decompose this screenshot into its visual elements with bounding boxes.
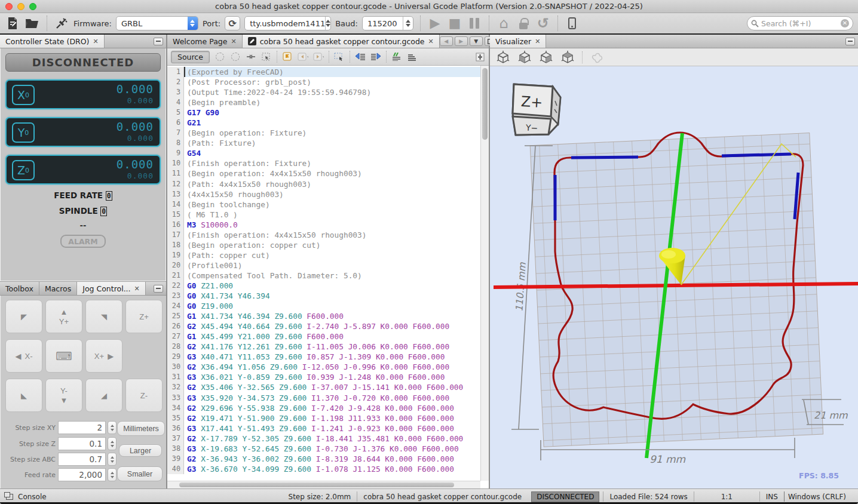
scroll-tabs-left-icon[interactable]: ◀ — [440, 36, 453, 46]
code-line[interactable]: 19(Path: copper cut) — [167, 250, 480, 260]
tab-gcode-file[interactable]: cobra 50 head gasket copper contour.gcod… — [243, 35, 440, 48]
code-line[interactable]: 16M3 S10000.0 — [167, 220, 480, 230]
close-tab-icon[interactable]: ✕ — [231, 38, 236, 45]
code-line[interactable]: 35G2 X19.471 Y-51.900 Z9.600 I-1.198 J11… — [167, 413, 480, 423]
code-line[interactable]: 9G54 — [167, 148, 480, 158]
jog-diag-up-left[interactable]: ◤ — [5, 300, 42, 333]
jog-diag-down-right[interactable]: ◢ — [85, 379, 122, 412]
port-select[interactable]: tty.usbmodem1411 — [244, 16, 331, 30]
code-line[interactable]: 7(Begin operation: Fixture) — [167, 128, 480, 138]
shift-line-left-icon[interactable] — [355, 51, 366, 62]
code-line[interactable]: 5G17 G90 — [167, 107, 480, 118]
step-larger-button[interactable]: Larger — [119, 444, 162, 457]
jog-x-minus[interactable]: ◀X- — [5, 339, 42, 373]
code-line[interactable]: 3(Output Time:2022-04-24 19:55:59.946798… — [167, 87, 480, 97]
tab-toolbox[interactable]: Toolbox — [0, 282, 39, 295]
view-top-icon[interactable] — [560, 50, 575, 64]
find-selection-icon[interactable] — [246, 51, 256, 62]
rotation-disabled-icon[interactable] — [590, 50, 604, 64]
tab-jog-controller[interactable]: Jog Control... ✕ — [77, 282, 146, 295]
code-line[interactable]: 15( M6 T1.0 ) — [167, 210, 480, 220]
tab-list-dropdown-icon[interactable]: ▼ — [470, 36, 483, 46]
refresh-ports-button[interactable]: ⟳ — [225, 16, 240, 30]
jog-diag-up-right[interactable]: ◥ — [85, 300, 122, 333]
code-line[interactable]: 13(4x4x15x50 rhough003) — [167, 189, 480, 199]
rectangular-selection-icon[interactable] — [334, 51, 345, 62]
stop-icon[interactable]: ■ — [447, 16, 462, 31]
step-input-1[interactable] — [58, 421, 106, 434]
new-file-icon[interactable] — [5, 16, 20, 31]
code-line[interactable]: 23G0 X41.734 Y46.394 — [167, 291, 480, 301]
search-input[interactable] — [761, 19, 838, 28]
jog-z-minus[interactable]: Z- — [125, 379, 163, 412]
search-clear-icon[interactable]: ✕ — [841, 19, 849, 27]
code-line[interactable]: 38G3 X-19.683 Y-52.645 Z9.600 I-0.730 J-… — [167, 444, 480, 454]
code-line[interactable]: 37G2 X-17.789 Y-52.305 Z9.600 I-18.441 J… — [167, 434, 480, 444]
code-line[interactable]: 10(Finish operation: Fixture) — [167, 158, 480, 168]
code-line[interactable]: 26G2 X45.494 Y40.664 Z9.600 I-2.740 J-5.… — [167, 321, 480, 331]
step-spinner[interactable] — [108, 421, 117, 434]
play-icon[interactable]: ▶ — [427, 16, 443, 31]
dro-axis-x[interactable]: X00.0000.000 — [5, 79, 161, 109]
tab-controller-state[interactable]: Controller State (DRO) ✕ — [0, 35, 105, 48]
dro-axis-z[interactable]: Z00.0000.000 — [5, 155, 161, 185]
select-in-projects-icon[interactable] — [261, 51, 272, 62]
code-line[interactable]: 21(Compensated Tool Path. Diameter: 5.0) — [167, 271, 480, 281]
minimize-panel-icon[interactable] — [154, 38, 163, 45]
orientation-cube[interactable]: Z+ Y− — [513, 84, 560, 135]
jog-y-plus[interactable]: ▲Y+ — [45, 300, 82, 333]
step-smaller-button[interactable]: Smaller — [117, 466, 163, 481]
firmware-select[interactable]: GRBL — [116, 16, 198, 30]
code-line[interactable]: 12(Path: 4x4x15x50 rhough003) — [167, 179, 480, 189]
close-tab-icon[interactable]: ✕ — [428, 38, 434, 45]
axis-reset-button[interactable]: X0 — [12, 85, 35, 105]
editor-split-icon[interactable] — [474, 51, 485, 62]
view-isometric-icon[interactable] — [496, 50, 510, 64]
scrollbar-thumb[interactable] — [482, 68, 488, 140]
minimize-panel-icon[interactable] — [154, 285, 163, 293]
code-line[interactable]: 17(Finish operation: 4x4x15x50 rhough003… — [167, 230, 480, 240]
code-line[interactable]: 25G1 X41.734 Y46.394 Z9.600 F600.000 — [167, 311, 480, 321]
jog-y-minus[interactable]: Y-▼ — [45, 379, 82, 412]
jog-keyboard[interactable]: ⌨ — [45, 339, 82, 373]
code-line[interactable]: 39G2 X-36.943 Y-36.002 Z9.600 I-8.319 J8… — [167, 454, 480, 464]
editor-vertical-scrollbar[interactable] — [480, 66, 489, 481]
console-label[interactable]: Console — [18, 493, 47, 501]
code-line[interactable]: 18(Begin operation: copper cut) — [167, 240, 480, 250]
uncomment-icon[interactable] — [407, 51, 418, 62]
pendant-icon[interactable] — [565, 16, 580, 31]
code-line[interactable]: 33G3 X35.920 Y-34.573 Z9.600 I1.370 J-0.… — [167, 393, 480, 403]
bookmark-next-icon[interactable] — [230, 51, 241, 62]
jog-x-plus[interactable]: X+▶ — [85, 339, 122, 373]
code-line[interactable]: 8(Path: Fixture) — [167, 138, 480, 148]
axis-reset-button[interactable]: Y0 — [12, 122, 35, 143]
search-field[interactable]: ✕ — [747, 16, 853, 30]
soft-reset-icon[interactable]: ↺ — [535, 16, 551, 31]
editor-horizontal-scrollbar[interactable] — [167, 481, 480, 488]
code-line[interactable]: 34G2 X29.696 Y-55.938 Z9.600 I-7.420 J-9… — [167, 403, 480, 413]
open-file-icon[interactable] — [24, 16, 40, 31]
connect-icon[interactable] — [54, 16, 69, 31]
units-toggle-button[interactable]: Millimeters — [117, 421, 165, 436]
code-line[interactable]: 24G0 Z19.000 — [167, 301, 480, 311]
code-line[interactable]: 22G0 Z21.000 — [167, 281, 480, 291]
shift-line-right-icon[interactable] — [370, 51, 381, 62]
lock-icon[interactable] — [516, 16, 531, 31]
code-lines[interactable]: 1(Exported by FreeCAD)2(Post Processor: … — [167, 67, 480, 481]
code-line[interactable]: 32G2 X35.406 Y-32.565 Z9.600 I-37.007 J-… — [167, 382, 480, 392]
close-tab-icon[interactable]: ✕ — [535, 38, 540, 45]
back-icon[interactable] — [298, 51, 308, 62]
step-input-3[interactable] — [58, 453, 106, 466]
code-line[interactable]: 28G2 X41.176 Y12.261 Z9.600 I-11.005 J0.… — [167, 342, 480, 352]
dro-axis-y[interactable]: Y00.0000.000 — [5, 117, 161, 147]
forward-icon[interactable] — [313, 51, 324, 62]
tab-macros[interactable]: Macros — [39, 282, 77, 295]
visualizer-canvas[interactable]: 110.5 mm — [490, 66, 858, 488]
source-button[interactable]: Source — [171, 51, 210, 63]
tab-welcome-page[interactable]: Welcome Page ✕ — [167, 35, 243, 48]
close-tab-icon[interactable]: ✕ — [93, 38, 98, 45]
step-spinner[interactable] — [108, 453, 117, 466]
code-line[interactable]: 36G3 X17.441 Y-51.493 Z9.600 I-1.241 J-0… — [167, 423, 480, 434]
code-line[interactable]: 20(Profile001) — [167, 260, 480, 271]
code-editor[interactable]: 1(Exported by FreeCAD)2(Post Processor: … — [167, 66, 489, 488]
